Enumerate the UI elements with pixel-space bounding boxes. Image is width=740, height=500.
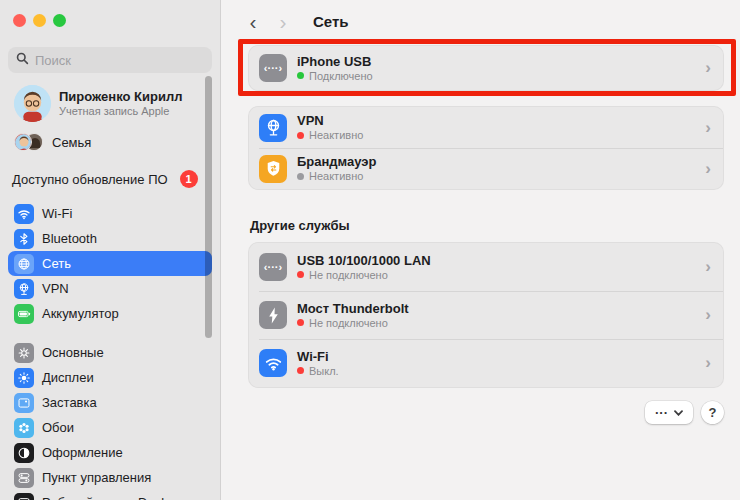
content-header: ‹ › Сеть <box>221 0 740 42</box>
screensaver-icon <box>14 393 34 413</box>
status-dot <box>297 173 304 180</box>
sidebar-item-label: Сеть <box>42 256 71 271</box>
other-services-header: Другие службы <box>250 218 724 233</box>
status-dot <box>297 271 304 278</box>
status-dot <box>297 132 304 139</box>
family-row[interactable]: Семья <box>14 130 212 154</box>
wifi-icon <box>14 204 34 224</box>
row-title: Мост Thunderbolt <box>297 301 409 316</box>
thunderbolt-icon <box>259 301 287 329</box>
status-text: Неактивно <box>309 128 363 142</box>
battery-icon <box>14 304 34 324</box>
chevron-right-icon: › <box>705 257 711 277</box>
zoom-button[interactable] <box>53 14 66 27</box>
sidebar-item-desktop-dock[interactable]: Рабочий стол и Dock <box>8 490 212 500</box>
status-text: Подключено <box>309 69 373 83</box>
page-title: Сеть <box>313 13 349 30</box>
minimize-button[interactable] <box>33 14 46 27</box>
sidebar-item-battery[interactable]: Аккумулятор <box>8 301 212 326</box>
sidebar-item-label: Bluetooth <box>42 231 97 246</box>
network-pane: ‹ › Сеть ‹···› iPhone USB Подключено › <box>221 0 740 500</box>
update-count-badge: 1 <box>180 170 198 188</box>
sidebar-item-general[interactable]: Основные <box>8 340 212 365</box>
sidebar-item-label: VPN <box>42 281 69 296</box>
sidebar-item-wifi[interactable]: Wi-Fi <box>8 201 212 226</box>
sidebar-item-wallpaper[interactable]: Обои <box>8 415 212 440</box>
sidebar-item-label: Рабочий стол и Dock <box>42 495 168 500</box>
help-button[interactable]: ? <box>701 401 724 424</box>
more-options-button[interactable]: ··· <box>645 401 693 424</box>
profile-name: Пироженко Кирилл <box>59 89 182 105</box>
status-text: Не подключено <box>309 268 388 282</box>
search-input[interactable]: Поиск <box>8 47 212 73</box>
chevron-right-icon: › <box>705 58 711 78</box>
flower-icon <box>14 418 34 438</box>
sidebar-item-network[interactable]: Сеть <box>8 251 212 276</box>
firewall-shield-icon <box>259 155 287 183</box>
sidebar-nav-primary: Wi-Fi Bluetooth Сеть VPN <box>0 201 220 326</box>
row-title: Wi-Fi <box>297 349 339 364</box>
sidebar-item-screensaver[interactable]: Заставка <box>8 390 212 415</box>
footer-actions: ··· ? <box>645 401 724 424</box>
sidebar-item-label: Дисплеи <box>42 370 94 385</box>
family-avatars-icon <box>14 132 44 152</box>
row-title: USB 10/100/1000 LAN <box>297 253 431 268</box>
close-button[interactable] <box>13 14 26 27</box>
chevron-right-icon: › <box>705 353 711 373</box>
profile-subtitle: Учетная запись Apple <box>59 105 182 118</box>
family-label: Семья <box>52 135 91 150</box>
back-button[interactable]: ‹ <box>241 9 265 33</box>
sidebar-item-control-center[interactable]: Пункт управления <box>8 465 212 490</box>
system-settings-window: Поиск Пироженко Кирилл Учетная запись Ap… <box>0 0 740 500</box>
sidebar-scrollbar[interactable] <box>205 76 212 338</box>
sidebar-item-label: Оформление <box>42 445 123 460</box>
row-thunderbolt-bridge[interactable]: Мост Thunderbolt Не подключено › <box>249 291 723 339</box>
sidebar: Поиск Пироженко Кирилл Учетная запись Ap… <box>0 0 221 500</box>
status-dot <box>297 319 304 326</box>
status-text: Не подключено <box>309 316 388 330</box>
sidebar-nav-secondary: Основные Дисплеи Заставка Обои <box>0 340 220 500</box>
other-services-card: ‹···› USB 10/100/1000 LAN Не подключено … <box>248 242 724 388</box>
profile-row[interactable]: Пироженко Кирилл Учетная запись Apple <box>14 85 212 122</box>
search-placeholder: Поиск <box>35 53 71 68</box>
dock-icon <box>14 493 34 500</box>
traffic-lights <box>0 0 220 27</box>
sidebar-item-vpn[interactable]: VPN <box>8 276 212 301</box>
iphone-usb-card: ‹···› iPhone USB Подключено › <box>248 45 724 91</box>
row-firewall[interactable]: Брандмауэр Неактивно › <box>249 148 723 189</box>
sidebar-item-label: Основные <box>42 345 104 360</box>
row-title: Брандмауэр <box>297 154 376 169</box>
sidebar-item-label: Wi-Fi <box>42 206 72 221</box>
usb-network-icon: ‹···› <box>259 54 287 82</box>
globe-icon <box>14 254 34 274</box>
row-iphone-usb[interactable]: ‹···› iPhone USB Подключено › <box>249 46 723 90</box>
sidebar-item-displays[interactable]: Дисплеи <box>8 365 212 390</box>
chevron-right-icon: › <box>705 305 711 325</box>
software-update-label: Доступно обновление ПО <box>12 172 168 187</box>
software-update-row[interactable]: Доступно обновление ПО 1 <box>12 170 208 188</box>
chevron-right-icon: › <box>705 118 711 138</box>
sidebar-item-label: Обои <box>42 420 74 435</box>
chevron-right-icon: › <box>705 159 711 179</box>
status-text: Неактивно <box>309 169 363 183</box>
brightness-sun-icon <box>14 368 34 388</box>
gear-icon <box>14 343 34 363</box>
search-icon <box>16 51 29 69</box>
sidebar-item-label: Пункт управления <box>42 470 151 485</box>
row-wifi-service[interactable]: Wi-Fi Выкл. › <box>249 339 723 387</box>
status-text: Выкл. <box>309 364 339 378</box>
sidebar-item-label: Заставка <box>42 395 97 410</box>
sidebar-item-appearance[interactable]: Оформление <box>8 440 212 465</box>
chevron-down-icon <box>674 410 683 416</box>
status-dot <box>297 367 304 374</box>
row-usb-lan[interactable]: ‹···› USB 10/100/1000 LAN Не подключено … <box>249 243 723 291</box>
forward-button[interactable]: › <box>271 9 295 33</box>
sidebar-item-bluetooth[interactable]: Bluetooth <box>8 226 212 251</box>
toggles-icon <box>14 468 34 488</box>
usb-network-icon: ‹···› <box>259 253 287 281</box>
row-vpn[interactable]: VPN Неактивно › <box>249 107 723 148</box>
ellipsis-icon: ··· <box>655 405 668 420</box>
sidebar-item-label: Аккумулятор <box>42 306 119 321</box>
status-dot <box>297 72 304 79</box>
appearance-icon <box>14 443 34 463</box>
